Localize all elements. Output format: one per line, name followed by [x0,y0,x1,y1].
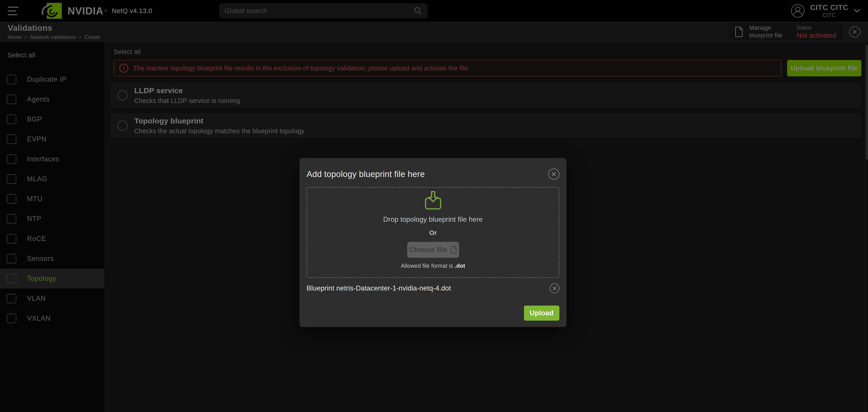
remove-file-icon[interactable] [550,283,559,293]
upload-blueprint-modal: Add topology blueprint file here Drop to… [300,158,566,327]
file-icon [451,246,457,254]
allowed-extension: .dot [455,263,465,269]
selected-file-row: Blueprint netris-Datacenter-1-nvidia-net… [307,283,559,293]
allowed-format-text: Allowed file format is .dot [401,263,465,269]
choose-file-button[interactable]: Choose file [407,242,459,258]
netq-app: NVIDIA® NetQ v4.13.0 CITC CITC CITC [0,0,868,412]
modal-header: Add topology blueprint file here [307,158,559,180]
upload-button[interactable]: Upload [524,306,559,321]
modal-title: Add topology blueprint file here [307,170,425,179]
drop-zone-text: Drop topology blueprint file here [383,215,483,224]
modal-close-icon[interactable] [548,169,559,180]
modal-actions: Upload [307,306,559,321]
drop-upload-icon [422,191,445,210]
file-drop-zone[interactable]: Drop topology blueprint file here Or Cho… [307,187,559,278]
selected-file-name: Blueprint netris-Datacenter-1-nvidia-net… [307,284,451,292]
or-text: Or [429,229,437,237]
